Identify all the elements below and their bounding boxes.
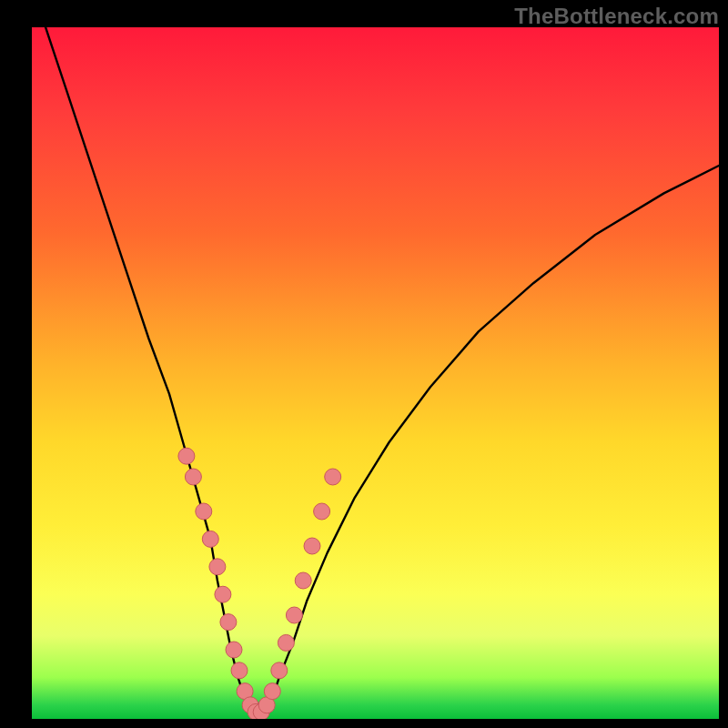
marker-dot [295, 572, 311, 589]
marker-dot [231, 662, 248, 679]
marker-dot [220, 614, 237, 631]
marker-dot [178, 448, 195, 464]
marker-dot [196, 503, 212, 520]
marker-dot [304, 538, 320, 554]
marker-dot [264, 683, 280, 700]
marker-dot [314, 503, 330, 520]
bottleneck-curve [46, 27, 719, 719]
marker-dot [271, 662, 288, 679]
marker-dot [278, 634, 294, 651]
marker-dots [178, 448, 341, 719]
marker-dot [202, 531, 218, 547]
plot-area [32, 27, 719, 719]
chart-frame: TheBottleneck.com [0, 0, 728, 728]
marker-dot [325, 469, 341, 485]
marker-dot [209, 559, 226, 575]
marker-dot [215, 586, 231, 602]
marker-dot [185, 469, 201, 485]
chart-svg [32, 27, 719, 719]
marker-dot [286, 607, 302, 623]
marker-dot [226, 642, 242, 658]
watermark-text: TheBottleneck.com [514, 4, 719, 29]
